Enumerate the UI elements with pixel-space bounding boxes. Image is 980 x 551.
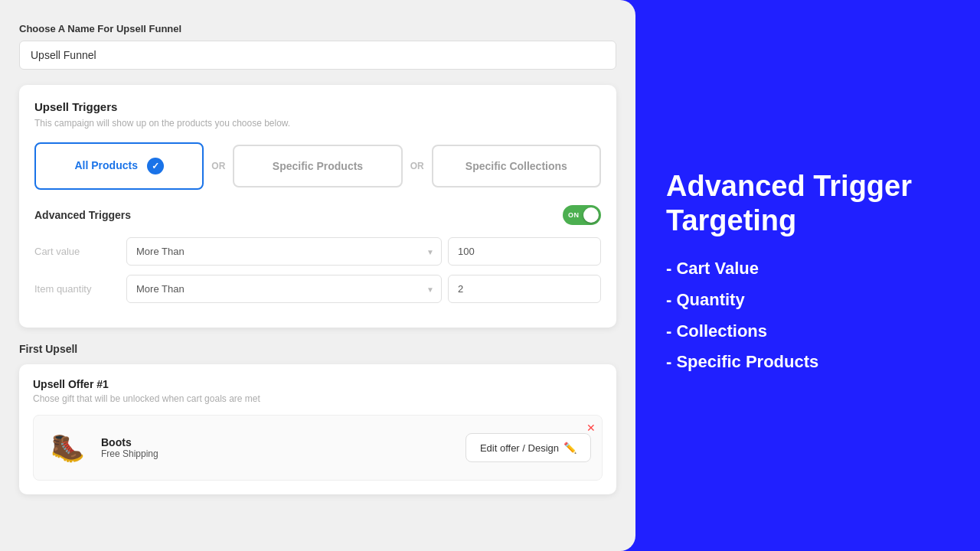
triggers-card: Upsell Triggers This campaign will show … [19, 85, 616, 328]
upsell-funnel-name-input[interactable] [19, 41, 616, 70]
specific-collections-button[interactable]: Specific Collections [432, 145, 601, 187]
or-separator-2: OR [403, 161, 432, 171]
specific-products-button[interactable]: Specific Products [233, 145, 402, 187]
upsell-offer-card: Upsell Offer #1 Chose gift that will be … [19, 364, 616, 494]
or-separator-1: OR [204, 161, 233, 171]
toggle-switch[interactable]: ON [563, 205, 601, 225]
product-info: Boots Free Shipping [101, 436, 158, 459]
hero-list-item-2: - Quantity [666, 289, 949, 312]
item-quantity-input[interactable] [448, 275, 601, 303]
specific-collections-label: Specific Collections [466, 160, 567, 172]
item-quantity-select[interactable]: More Than Less Than Equal To [126, 275, 442, 303]
hero-list-item-3: - Collections [666, 320, 949, 344]
item-quantity-label: Item quantity [34, 283, 126, 295]
trigger-buttons-group: All Products OR Specific Products OR Spe… [34, 142, 601, 190]
hero-list-item-1: - Cart Value [666, 257, 949, 281]
cart-value-select-wrapper: More Than Less Than Equal To ▼ [126, 237, 442, 266]
first-upsell-label: First Upsell [19, 343, 616, 355]
check-icon [147, 158, 164, 174]
offer-title: Upsell Offer #1 [33, 378, 603, 390]
all-products-button[interactable]: All Products [34, 142, 204, 190]
item-quantity-select-wrapper: More Than Less Than Equal To ▼ [126, 275, 442, 303]
toggle-knob [583, 207, 599, 223]
product-row: ✕ 🥾 Boots Free Shipping Edit offer / Des… [33, 415, 603, 481]
product-name: Boots [101, 436, 158, 448]
name-label: Choose A Name For Upsell Funnel [19, 23, 616, 34]
advanced-triggers-toggle[interactable]: ON [563, 205, 601, 225]
advanced-triggers-header: Advanced Triggers ON [34, 205, 601, 225]
cart-value-label: Cart value [34, 246, 126, 257]
product-tag: Free Shipping [101, 448, 158, 459]
hero-list-item-4: - Specific Products [666, 350, 949, 374]
offer-subtitle: Chose gift that will be unlocked when ca… [33, 393, 603, 404]
edit-offer-button[interactable]: Edit offer / Design ✏️ [466, 433, 591, 462]
remove-product-button[interactable]: ✕ [586, 422, 596, 434]
triggers-title: Upsell Triggers [34, 100, 601, 113]
cart-value-input[interactable] [448, 237, 601, 266]
specific-products-label: Specific Products [273, 160, 363, 172]
first-upsell-section: First Upsell Upsell Offer #1 Chose gift … [19, 343, 616, 494]
toggle-on-label: ON [568, 211, 580, 219]
all-products-label: All Products [74, 159, 137, 171]
left-panel: Choose A Name For Upsell Funnel Upsell T… [0, 0, 635, 551]
cart-value-row: Cart value More Than Less Than Equal To … [34, 237, 601, 266]
right-panel: Advanced Trigger Targeting - Cart Value … [635, 0, 980, 551]
boot-image: 🥾 [44, 425, 90, 471]
cart-value-select[interactable]: More Than Less Than Equal To [126, 237, 442, 266]
pencil-icon: ✏️ [564, 442, 577, 454]
product-left: 🥾 Boots Free Shipping [44, 425, 158, 471]
advanced-triggers-title: Advanced Triggers [34, 209, 131, 221]
hero-title: Advanced Trigger Targeting [666, 169, 949, 239]
edit-offer-label: Edit offer / Design [480, 442, 559, 454]
hero-list: - Cart Value - Quantity - Collections - … [666, 257, 949, 382]
triggers-subtitle: This campaign will show up on the produc… [34, 118, 601, 129]
item-quantity-row: Item quantity More Than Less Than Equal … [34, 275, 601, 303]
name-section: Choose A Name For Upsell Funnel [19, 23, 616, 70]
